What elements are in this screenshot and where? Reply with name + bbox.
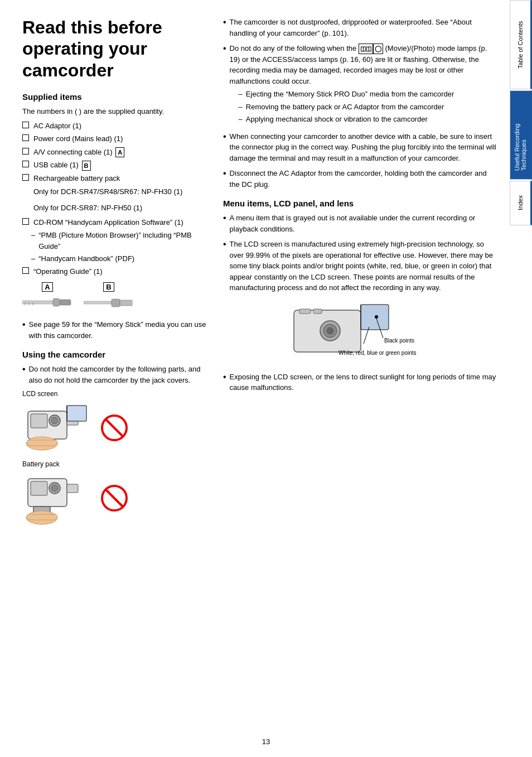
sub-text-handbook: “Handycam Handbook” (PDF) [38,253,134,264]
svg-line-19 [106,420,123,436]
sub-text-pmb: “PMB (Picture Motion Browser)” including… [38,230,212,252]
dash-pmb: – [31,230,35,241]
cable-a-svg [22,294,72,314]
list-text-cdrom: CD-ROM “Handycam Application Software” (… [33,217,183,228]
svg-rect-24 [67,484,78,493]
checkbox-power [22,134,29,141]
battery-label: Battery pack [22,460,212,468]
sub-dash-3: – Applying mechanical shock or vibration… [239,114,499,125]
no-sign-lcd [100,414,128,442]
sub-item-handbook: – “Handycam Handbook” (PDF) [31,253,212,264]
lcd-figure-container: LCD screen [22,390,212,456]
sidebar-tab-index-label: Index [517,196,524,211]
sub-dash-2-text: Removing the battery pack or AC Adaptor … [246,102,444,113]
battery-camcorder-svg [22,470,95,526]
sub-item-pmb: – “PMB (Picture Motion Browser)” includi… [31,230,212,252]
svg-rect-21 [31,481,47,495]
lcd-camcorder-svg [22,400,95,456]
list-text-usb: USB cable (1) B [33,160,91,171]
svg-rect-37 [313,309,322,314]
right-bullet-4: • Disconnect the AC Adaptor from the cam… [223,168,499,190]
photo-icon: ◯ [373,44,383,54]
dash-2: – [239,102,243,113]
menu-bullet-2: • The LCD screen is manufactured using e… [223,239,499,293]
using-bullet: • [22,364,26,375]
menu-bullet-3-text: Exposing the LCD screen, or the lens to … [230,372,499,393]
using-intro: • Do not hold the camcorder by the follo… [22,364,212,385]
sidebar-tab-index[interactable]: Index [510,181,532,225]
sub-dash-1: – Ejecting the “Memory Stick PRO Duo” me… [239,89,499,100]
sidebar-tab-useful-label: Useful Recording Techniques [514,99,527,171]
battery-detail-1: Only for DCR-SR47/SR48/SR67: NP-FH30 (1) [33,186,212,197]
dash-handbook: – [31,253,35,264]
menu-bullet-3-dot: • [223,372,226,383]
svg-text:White, red, blue or green poin: White, red, blue or green points [338,350,417,356]
svg-rect-16 [67,406,86,421]
list-text-av: A/V connecting cable (1) A [33,147,124,158]
page-number: 13 [262,737,270,746]
sidebar-tab-useful[interactable]: Useful Recording Techniques [510,90,532,180]
cable-b-svg [84,294,134,314]
menu-bullet-3: • Exposing the LCD screen, or the lens t… [223,372,499,393]
svg-rect-15 [27,440,57,446]
sidebar: Table of Contents Useful Recording Techn… [510,0,532,757]
svg-point-23 [51,485,58,491]
svg-rect-31 [361,305,389,330]
right-bullet-4-text: Disconnect the AC Adaptor from the camco… [230,168,499,190]
svg-rect-10 [31,414,47,428]
cable-a-item: A [22,282,72,314]
supplied-items-intro: The numbers in ( ) are the supplied quan… [22,106,212,117]
page-title: Read this before operating your camcorde… [22,17,212,81]
menu-bullet-2-dot: • [223,239,226,250]
dash-1: – [239,89,243,100]
checkbox-usb [22,161,29,167]
right-bullet-2: • Do not do any of the following when th… [223,43,499,127]
supplied-items-heading: Supplied items [22,92,212,102]
see-page-bullet: • [22,319,26,331]
list-text-battery: Rechargeable battery pack [33,173,120,184]
svg-line-29 [106,490,123,507]
checkbox-battery [22,174,29,181]
cable-b-item: B [84,282,134,314]
cable-label-a: A [42,282,52,292]
menu-bullet-1: • A menu item that is grayed out is not … [223,213,499,234]
right-bullet-2-dot: • [223,43,226,55]
sub-dash-1-text: Ejecting the “Memory Stick PRO Duo” medi… [246,89,454,100]
checkbox-ac [22,122,29,128]
svg-rect-1 [53,298,60,306]
cable-diagram: A B [22,282,212,314]
lens-figure: Black points White, red, blue or green p… [223,299,499,366]
sidebar-tab-toc-label: Table of Contents [517,21,524,69]
right-bullet-1-text: The camcorder is not dustproofed, drippr… [230,17,499,38]
svg-rect-7 [112,299,120,307]
battery-detail-2: Only for DCR-SR87: NP-FH50 (1) [33,202,212,214]
menu-bullet-1-text: A menu item that is grayed out is not av… [230,213,499,234]
list-item-cdrom: CD-ROM “Handycam Application Software” (… [22,217,212,228]
svg-point-38 [375,315,378,319]
right-bullet-1: • The camcorder is not dustproofed, drip… [223,17,499,38]
svg-point-12 [51,417,58,424]
main-content: Read this before operating your camcorde… [0,0,510,757]
right-bullet-3-dot: • [223,131,226,143]
see-page-item: • See page 59 for the “Memory Stick” med… [22,319,212,341]
right-bullet-2-text: Do not do any of the following when the … [230,44,487,85]
menu-bullet-2-text: The LCD screen is manufactured using ext… [230,239,499,293]
sidebar-tab-toc[interactable]: Table of Contents [510,0,532,89]
right-bullet-3-text: When connecting your camcorder to anothe… [230,131,499,164]
svg-point-35 [327,327,333,334]
sub-dash-3-text: Applying mechanical shock or vibration t… [246,114,428,125]
right-bullet-4-dot: • [223,168,226,180]
svg-rect-8 [120,300,132,306]
list-text-ac: AC Adaptor (1) [33,120,81,132]
lcd-label: LCD screen [22,390,212,398]
svg-rect-0 [22,301,53,304]
see-page-text: See page 59 for the “Memory Stick” media… [29,319,212,341]
checkbox-av [22,148,29,155]
dash-3: – [239,114,243,125]
sub-dash-2: – Removing the battery pack or AC Adapto… [239,102,499,113]
svg-rect-27 [27,514,57,520]
badge-a: A [115,147,124,158]
menu-bullet-1-dot: • [223,213,226,224]
page-container: Read this before operating your camcorde… [0,0,532,757]
list-text-power: Power cord (Mains lead) (1) [33,133,123,144]
